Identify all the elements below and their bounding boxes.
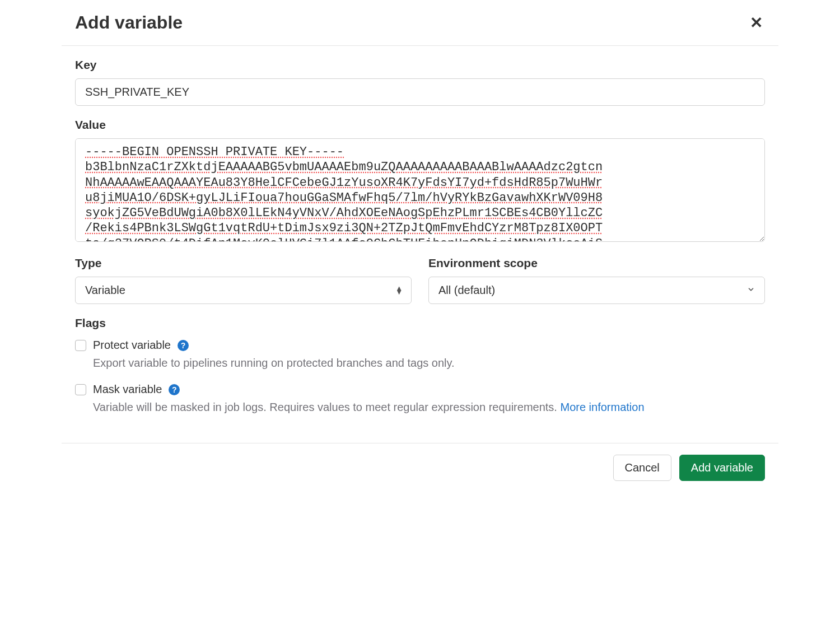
close-icon: ✕ — [750, 14, 763, 31]
add-variable-button[interactable]: Add variable — [679, 455, 765, 481]
modal-header: Add variable ✕ — [62, 0, 778, 46]
add-variable-modal: Add variable ✕ Key Value -----BEGIN OPEN… — [62, 0, 778, 492]
protect-checkbox-line: Protect variable ? — [75, 339, 765, 352]
mask-checkbox-line: Mask variable ? — [75, 383, 765, 396]
type-label: Type — [75, 256, 412, 270]
more-information-link[interactable]: More information — [560, 401, 644, 413]
modal-title: Add variable — [75, 12, 183, 33]
help-icon[interactable]: ? — [178, 340, 189, 351]
key-input[interactable] — [75, 78, 765, 106]
type-select-wrap: Variable ▲▼ — [75, 277, 412, 304]
type-select[interactable]: Variable — [75, 277, 412, 304]
flags-heading: Flags — [75, 316, 765, 330]
modal-body: Key Value -----BEGIN OPENSSH PRIVATE KEY… — [62, 46, 778, 443]
value-label: Value — [75, 118, 765, 132]
key-group: Key — [75, 58, 765, 106]
value-textarea[interactable]: -----BEGIN OPENSSH PRIVATE KEY----- b3Bl… — [75, 138, 765, 242]
scope-select[interactable]: All (default) — [428, 277, 765, 304]
type-group: Type Variable ▲▼ — [75, 256, 412, 304]
mask-label[interactable]: Mask variable — [93, 383, 162, 396]
scope-group: Environment scope All (default) — [428, 256, 765, 304]
key-label: Key — [75, 58, 765, 72]
mask-variable-row: Mask variable ? Variable will be masked … — [75, 383, 765, 415]
close-button[interactable]: ✕ — [748, 13, 765, 33]
flags-section: Flags Protect variable ? Export variable… — [75, 316, 765, 415]
protect-description: Export variable to pipelines running on … — [93, 355, 765, 371]
mask-checkbox[interactable] — [75, 384, 86, 395]
mask-description: Variable will be masked in job logs. Req… — [93, 399, 765, 415]
protect-checkbox[interactable] — [75, 340, 86, 351]
cancel-button[interactable]: Cancel — [613, 455, 671, 481]
scope-label: Environment scope — [428, 256, 765, 270]
modal-footer: Cancel Add variable — [62, 443, 778, 492]
value-group: Value -----BEGIN OPENSSH PRIVATE KEY----… — [75, 118, 765, 244]
help-icon[interactable]: ? — [169, 384, 180, 395]
scope-select-wrap: All (default) — [428, 277, 765, 304]
protect-label[interactable]: Protect variable — [93, 339, 171, 352]
protect-variable-row: Protect variable ? Export variable to pi… — [75, 339, 765, 371]
mask-description-text: Variable will be masked in job logs. Req… — [93, 401, 560, 413]
type-scope-row: Type Variable ▲▼ Environment scope All (… — [75, 256, 765, 304]
